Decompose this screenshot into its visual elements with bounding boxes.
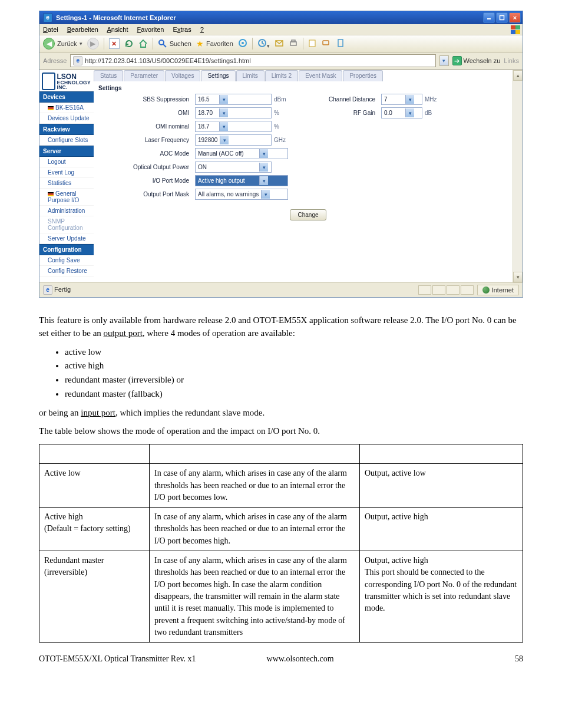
sidebar-item-devices-update[interactable]: Devices Update xyxy=(39,113,94,124)
svg-rect-10 xyxy=(309,40,315,47)
browser-content: LSON ECHNOLOGY INC. Devices BK-ES16A Dev… xyxy=(39,70,523,282)
tab-limits[interactable]: Limits xyxy=(236,70,265,81)
tab-eventmask[interactable]: Event Mask xyxy=(299,70,342,81)
window-titlebar: e Settings-1 - Microsoft Internet Explor… xyxy=(39,11,523,24)
back-caret-icon: ▾ xyxy=(80,41,82,47)
mail-button[interactable] xyxy=(275,38,284,49)
ie-icon: e xyxy=(43,13,52,22)
tab-status[interactable]: Status xyxy=(94,70,123,81)
links-label[interactable]: Links xyxy=(504,57,519,64)
address-dropdown[interactable]: ▾ xyxy=(439,55,449,66)
sidebar-item-admin[interactable]: Administration xyxy=(39,206,94,216)
search-label: Suchen xyxy=(170,40,191,47)
sidebar-item-statistics[interactable]: Statistics xyxy=(39,178,94,189)
favorites-button[interactable]: ★ Favoriten xyxy=(196,39,233,48)
research-button[interactable] xyxy=(336,38,345,49)
forward-button[interactable]: ▶ xyxy=(87,38,99,50)
status-segments xyxy=(418,285,474,295)
go-button[interactable]: ➔ Wechseln zu xyxy=(452,56,501,65)
stop-button[interactable]: ✕ xyxy=(109,38,120,49)
window-title: Settings-1 - Microsoft Internet Explorer xyxy=(56,14,176,21)
select-omi-nominal[interactable]: 18.7▾ xyxy=(195,121,272,132)
page-footer: OTOT-EM55X/XL Optical Transmitter Rev. x… xyxy=(39,653,523,665)
media-button[interactable] xyxy=(238,38,247,49)
sidebar-item-server-update[interactable]: Server Update xyxy=(39,233,94,244)
back-button[interactable]: ◀ Zurück ▾ xyxy=(43,38,82,50)
search-icon xyxy=(158,39,167,48)
edit-button[interactable] xyxy=(308,39,317,49)
svg-rect-11 xyxy=(323,41,329,45)
select-opt-output[interactable]: ON▾ xyxy=(195,162,272,173)
list-item: redundant master (irreversible) or xyxy=(65,374,523,387)
toolbar-separator xyxy=(104,38,104,50)
tab-limits2[interactable]: Limits 2 xyxy=(265,70,298,81)
logo-line1: LSON xyxy=(57,73,91,80)
tab-voltages[interactable]: Voltages xyxy=(165,70,200,81)
tab-bar: Status Parameter Voltages Settings Limit… xyxy=(94,70,523,81)
sidebar-item-configure-slots[interactable]: Configure Slots xyxy=(39,135,94,146)
maximize-button[interactable] xyxy=(496,12,508,23)
menu-edit[interactable]: Bearbeiten xyxy=(67,26,98,33)
scroll-bar[interactable]: ▴ ▾ xyxy=(513,70,523,282)
select-aoc-mode[interactable]: Manual (AOC off)▾ xyxy=(195,148,288,159)
label-omi: OMI xyxy=(110,110,193,116)
address-input[interactable]: e http://172.023.041.103/US/00C029EE4E19… xyxy=(70,54,435,67)
go-arrow-icon: ➔ xyxy=(452,56,462,65)
sidebar-header-server: Server xyxy=(39,146,94,157)
sidebar-item-snmp[interactable]: SNMP Configuration xyxy=(39,216,94,233)
label-sbs: SBS Suppression xyxy=(110,96,193,103)
sidebar-item-bk[interactable]: BK-ES16A xyxy=(39,103,94,113)
minimize-button[interactable] xyxy=(483,12,495,23)
label-rf-gain: RF Gain xyxy=(290,110,379,116)
menu-extras[interactable]: Extras xyxy=(173,26,191,33)
change-button[interactable]: Change xyxy=(290,209,326,220)
print-button[interactable] xyxy=(289,38,298,49)
tab-settings[interactable]: Settings xyxy=(201,70,235,81)
sidebar-item-config-restore[interactable]: Config Restore xyxy=(39,266,94,276)
scroll-down-icon[interactable]: ▾ xyxy=(513,272,523,282)
svg-point-2 xyxy=(159,40,164,45)
search-button[interactable]: Suchen xyxy=(158,39,191,48)
home-button[interactable] xyxy=(138,39,148,48)
list-item: redundant master (fallback) xyxy=(65,388,523,401)
label-output-port-mask: Output Port Mask xyxy=(110,191,193,197)
table-header-row xyxy=(39,444,523,464)
discuss-button[interactable] xyxy=(322,38,331,49)
close-button[interactable]: × xyxy=(509,12,521,23)
paragraph-input-port: or being an input port, which implies th… xyxy=(39,407,523,420)
scroll-up-icon[interactable]: ▴ xyxy=(513,70,523,81)
select-sbs[interactable]: 16.5▾ xyxy=(195,94,272,105)
forward-arrow-icon: ▶ xyxy=(87,38,99,50)
footer-link: www.olsontech.com xyxy=(267,653,334,665)
settings-form: SBS Suppression 16.5▾ dBm Channel Distan… xyxy=(94,94,523,200)
flag-icon xyxy=(48,106,54,110)
sidebar-item-eventlog[interactable]: Event Log xyxy=(39,167,94,178)
select-omi[interactable]: 18.70▾ xyxy=(195,107,272,118)
tab-properties[interactable]: Properties xyxy=(343,70,383,81)
menu-view[interactable]: Ansicht xyxy=(107,26,128,33)
select-laser-freq[interactable]: 192800▾ xyxy=(195,134,272,146)
history-button[interactable]: ▾ xyxy=(257,38,270,49)
select-io-port-mode[interactable]: Active high output▾ xyxy=(195,175,288,186)
label-channel-distance: Channel Distance xyxy=(290,96,379,103)
select-output-port-mask[interactable]: All alarms, no warnings▾ xyxy=(195,189,288,200)
status-bar: e Fertig Internet xyxy=(39,282,523,297)
table-row: Active high (Default = factory setting) … xyxy=(39,508,523,551)
table-row: Active low In case of any alarm, which a… xyxy=(39,464,523,508)
sidebar-item-config-save[interactable]: Config Save xyxy=(39,255,94,266)
flag-icon xyxy=(48,192,54,196)
windows-flag-icon xyxy=(511,25,520,34)
refresh-button[interactable] xyxy=(124,39,134,48)
document-body: This feature is only available from hard… xyxy=(39,314,523,665)
sidebar-item-gpio[interactable]: General Purpose I/O xyxy=(39,189,94,206)
menu-file[interactable]: DDateiatei xyxy=(43,26,58,33)
paragraph-table-intro: The table below shows the mode of operat… xyxy=(39,425,523,438)
tab-parameter[interactable]: Parameter xyxy=(124,70,164,81)
sidebar-item-logout[interactable]: Logout xyxy=(39,157,94,167)
select-channel-distance[interactable]: 7▾ xyxy=(381,94,422,105)
menu-help[interactable]: ? xyxy=(200,26,204,33)
menu-favorites[interactable]: Favoriten xyxy=(137,26,164,33)
select-rf-gain[interactable]: 0.0▾ xyxy=(381,107,422,118)
address-label: Adresse xyxy=(43,57,67,64)
svg-rect-12 xyxy=(338,39,343,47)
